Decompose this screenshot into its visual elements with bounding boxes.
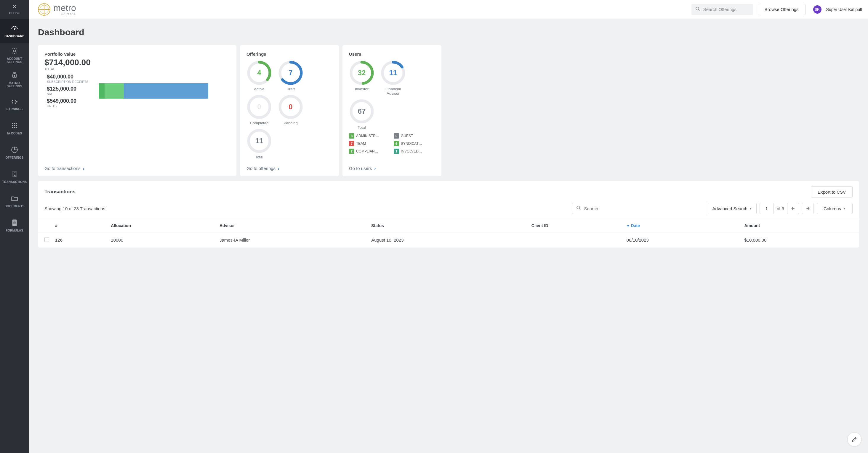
col-num[interactable]: # [52,219,108,232]
sidebar-label: EARNINGS [6,107,23,111]
calculator-icon [11,219,19,227]
svg-point-6 [16,123,17,124]
portfolio-item: $549,000.00UNITS [47,98,89,108]
sidebar-item-transactions[interactable]: TRANSACTIONS [0,165,29,189]
portfolio-title: Portfolio Value [44,52,230,57]
go-to-transactions-link[interactable]: Go to transactions› [44,159,230,171]
pencil-icon [851,436,858,443]
sidebar-item-offerings[interactable]: OFFERINGS [0,140,29,165]
topbar: metro CAPITAL Browse Offerings SK Super … [29,0,868,19]
brand-sub: CAPITAL [53,12,76,15]
globe-icon [38,3,50,16]
chevron-right-icon: › [278,166,279,171]
svg-point-12 [16,127,17,128]
advanced-search-button[interactable]: Advanced Search ▼ [708,203,756,214]
table-row[interactable]: 12610000James-IA MillerAugust 10, 202308… [38,232,859,248]
svg-point-17 [15,223,16,223]
user-type-badge: 1INVOLVED… [394,149,435,154]
browse-offerings-button[interactable]: Browse Offerings [758,4,805,15]
tx-search-input[interactable] [584,206,705,211]
portfolio-item: $40,000.00SUBSCRIPTION RECEIPTS [47,74,89,84]
sidebar-label: OFFERINGS [5,156,23,159]
sidebar-label: IA CODES [7,132,22,135]
col-status[interactable]: Status [368,219,528,232]
sidebar-item-dashboard[interactable]: DASHBOARD [0,19,29,43]
svg-point-9 [16,125,17,126]
tx-search[interactable] [572,203,708,214]
avatar[interactable]: SK [813,5,822,13]
sidebar-item-documents[interactable]: DOCUMENTS [0,189,29,213]
users-title: Users [349,52,435,57]
user-type-badge: 8ADMINISTR… [349,133,390,138]
sidebar: CLOSE DASHBOARD ACCOUNT SETTINGS MATRIX … [0,0,29,453]
close-icon [12,4,17,10]
dashboard-icon [11,25,19,33]
piechart-icon [11,146,19,154]
caret-down-icon: ▼ [749,207,752,210]
next-page-button[interactable] [802,203,814,214]
svg-point-10 [12,127,13,128]
edit-fab[interactable] [847,432,862,447]
page-of: of 3 [777,206,784,211]
sidebar-item-account-settings[interactable]: ACCOUNT SETTINGS [0,43,29,67]
svg-point-15 [13,223,14,223]
grid-icon [11,122,19,130]
brand-name: metro [53,4,76,12]
sidebar-item-formulas[interactable]: FORMULAS [0,213,29,237]
chevron-right-icon: › [374,166,376,171]
svg-point-5 [14,123,15,124]
sidebar-item-ia-codes[interactable]: IA CODES [0,116,29,140]
showing-count: Showing 10 of 23 Transactions [44,206,105,211]
receipt-icon [11,170,19,179]
sidebar-label: DASHBOARD [4,35,25,38]
svg-point-1 [13,50,16,52]
col-date[interactable]: ▼Date [624,219,742,232]
go-to-offerings-link[interactable]: Go to offerings› [246,159,332,171]
sidebar-label: ACCOUNT SETTINGS [1,57,28,64]
svg-point-7 [12,125,13,126]
portfolio-item: $125,000.00N/A [47,86,89,96]
transactions-title: Transactions [44,189,75,195]
col-amount[interactable]: Amount [741,219,859,232]
gauge-financial advisor: 11Financial Advisor [380,60,406,96]
gauge-draft: 7Draft [278,60,303,91]
go-to-users-link[interactable]: Go to users› [349,159,435,171]
prev-page-button[interactable] [787,203,799,214]
folder-icon [11,195,19,203]
transactions-card: Transactions Export to CSV Showing 10 of… [38,181,859,248]
user-type-badge: 6SYNDICAT… [394,141,435,146]
sidebar-close-label: CLOSE [9,11,20,15]
export-csv-button[interactable]: Export to CSV [811,186,852,197]
search-offerings-input[interactable] [703,7,749,12]
sidebar-item-earnings[interactable]: EARNINGS [0,92,29,116]
bar-seg-units [124,83,208,99]
caret-down-icon: ▼ [843,207,846,210]
svg-point-18 [13,224,14,224]
page-title: Dashboard [38,27,859,37]
search-offerings[interactable] [691,4,753,15]
transactions-table: # Allocation Advisor Status Client ID ▼D… [38,219,859,248]
svg-point-8 [14,125,15,126]
page-input[interactable] [760,203,774,214]
row-checkbox[interactable] [44,237,49,242]
sidebar-label: FORMULAS [6,229,23,232]
piggybank-icon [11,97,19,106]
sort-desc-icon: ▼ [626,224,630,228]
gauge-completed: 0Completed [246,94,272,125]
search-icon [695,6,700,13]
sidebar-label: DOCUMENTS [4,204,24,208]
col-client[interactable]: Client ID [528,219,624,232]
col-advisor[interactable]: Advisor [217,219,368,232]
gear-icon [11,47,19,55]
columns-button[interactable]: Columns▼ [817,203,852,214]
col-allocation[interactable]: Allocation [108,219,217,232]
bar-seg-na [104,83,124,99]
sidebar-item-matrix-settings[interactable]: MATRIX SETTINGS [0,67,29,92]
user-name[interactable]: Super User Katipult [826,7,862,12]
svg-point-11 [14,127,15,128]
users-card: Users 32Investor11Financial Advisor67Tot… [342,45,441,176]
svg-point-20 [15,224,16,224]
svg-point-38 [577,206,580,209]
logo[interactable]: metro CAPITAL [38,3,76,16]
sidebar-close[interactable]: CLOSE [0,0,29,19]
